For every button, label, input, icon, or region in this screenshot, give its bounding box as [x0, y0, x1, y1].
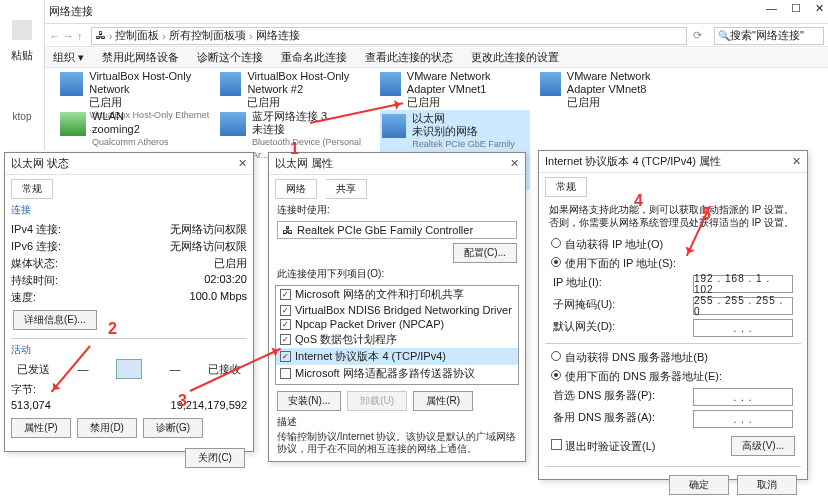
- activity-section: 活动: [11, 344, 31, 355]
- close-icon[interactable]: ✕: [238, 157, 247, 170]
- radio-manual-ip[interactable]: [551, 257, 561, 267]
- step-3: 3: [178, 392, 187, 410]
- desc-label: 描述: [269, 413, 525, 431]
- dns1-input[interactable]: . . .: [693, 388, 793, 406]
- nav-arrows[interactable]: ← → ↑: [49, 30, 83, 42]
- step-4: 4: [634, 192, 643, 210]
- adapter-icon: 🖧: [282, 224, 293, 236]
- close-icon[interactable]: ✕: [510, 157, 519, 170]
- install-button[interactable]: 安装(N)...: [277, 391, 341, 411]
- intro-text: 如果网络支持此功能，则可以获取自动指派的 IP 设置。否则，你需要从网络系统管理…: [539, 197, 807, 235]
- disable-button[interactable]: 禁用(D): [77, 418, 137, 438]
- ipv4-dialog: Internet 协议版本 4 (TCP/IPv4) 属性✕ 常规 如果网络支持…: [538, 150, 808, 480]
- left-app-strip: 粘贴 ktop: [0, 0, 45, 150]
- uninstall-button: 卸载(U): [347, 391, 407, 411]
- monitor-icon: [116, 359, 142, 379]
- adapter-name: Realtek PCIe GbE Family Controller: [297, 224, 473, 236]
- ip-input[interactable]: 192 . 168 . 1 . 102: [693, 275, 793, 293]
- step-5: 5: [702, 205, 711, 223]
- cancel-button[interactable]: 取消: [737, 475, 797, 495]
- radio-manual-dns[interactable]: [551, 370, 561, 380]
- bc-0[interactable]: 控制面板: [115, 28, 159, 43]
- tab-general[interactable]: 常规: [11, 179, 53, 199]
- diagnose-button[interactable]: 诊断(G): [143, 418, 203, 438]
- prop-title: 以太网 属性: [275, 156, 333, 171]
- disable-device[interactable]: 禁用此网络设备: [102, 50, 179, 65]
- tab-sharing[interactable]: 共享: [326, 179, 367, 199]
- view-status[interactable]: 查看此连接的状态: [365, 50, 453, 65]
- network-icon: [60, 72, 83, 96]
- organize-menu[interactable]: 组织 ▾: [53, 50, 84, 65]
- network-icon: [220, 72, 241, 96]
- paste-icon: [12, 20, 32, 40]
- ok-button[interactable]: 确定: [669, 475, 729, 495]
- radio-auto-ip[interactable]: [551, 238, 561, 248]
- minimize-icon[interactable]: —: [766, 2, 777, 15]
- close-icon[interactable]: ✕: [815, 2, 824, 15]
- gateway-input[interactable]: . . .: [693, 319, 793, 337]
- explorer-titlebar: 网络连接 — ☐ ✕: [45, 0, 828, 24]
- item-tcpip4: Internet 协议版本 4 (TCP/IPv4): [295, 349, 446, 364]
- close-button[interactable]: 关闭(C): [185, 448, 245, 468]
- breadcrumb-bar: ← → ↑ 🖧 › 控制面板› 所有控制面板项› 网络连接 ⟳ 🔍 搜索"网络连…: [45, 25, 828, 47]
- maximize-icon[interactable]: ☐: [791, 2, 801, 15]
- close-icon[interactable]: ✕: [792, 155, 801, 168]
- ipv4-title: Internet 协议版本 4 (TCP/IPv4) 属性: [545, 154, 721, 169]
- window-title: 网络连接: [49, 4, 93, 19]
- rename[interactable]: 重命名此连接: [281, 50, 347, 65]
- step-2: 2: [108, 320, 117, 338]
- explorer-toolbar: 组织 ▾ 禁用此网络设备 诊断这个连接 重命名此连接 查看此连接的状态 更改此连…: [45, 48, 828, 68]
- wlan-icon: [60, 112, 86, 136]
- advanced-button[interactable]: 高级(V)...: [731, 436, 795, 456]
- properties-dialog: 以太网 属性✕ 网络 共享 连接时使用: 🖧 Realtek PCIe GbE …: [268, 152, 526, 462]
- network-icon: [380, 72, 401, 96]
- bc-2[interactable]: 网络连接: [256, 28, 300, 43]
- properties-button[interactable]: 属性(P): [11, 418, 71, 438]
- item-properties-button[interactable]: 属性(R): [413, 391, 473, 411]
- bytes-sent: 513,074: [11, 399, 51, 411]
- details-button[interactable]: 详细信息(E)...: [13, 310, 97, 330]
- validate-checkbox[interactable]: [551, 439, 562, 450]
- change-settings[interactable]: 更改此连接的设置: [471, 50, 559, 65]
- desc-text: 传输控制协议/Internet 协议。该协议是默认的广域网络协议，用于在不同的相…: [269, 431, 525, 455]
- search-input[interactable]: 🔍 搜索"网络连接": [714, 27, 824, 45]
- ethernet-icon: [382, 114, 406, 138]
- status-title: 以太网 状态: [11, 156, 69, 171]
- step-1: 1: [290, 140, 299, 158]
- radio-auto-dns: [551, 351, 561, 361]
- tab-general[interactable]: 常规: [545, 177, 587, 197]
- paste-label: 粘贴: [11, 48, 33, 63]
- connection-section: 连接: [11, 204, 31, 215]
- address-bar[interactable]: 🖧 › 控制面板› 所有控制面板项› 网络连接: [91, 27, 687, 45]
- ktop-label: ktop: [13, 111, 32, 122]
- status-dialog: 以太网 状态✕ 常规 连接 IPv4 连接:无网络访问权限 IPv6 连接:无网…: [4, 152, 254, 452]
- refresh-icon[interactable]: ⟳: [693, 29, 702, 42]
- mask-input[interactable]: 255 . 255 . 255 . 0: [693, 297, 793, 315]
- dns2-input[interactable]: . . .: [693, 410, 793, 428]
- configure-button[interactable]: 配置(C)...: [453, 243, 517, 263]
- bluetooth-icon: [220, 112, 246, 136]
- bc-1[interactable]: 所有控制面板项: [169, 28, 246, 43]
- tab-network[interactable]: 网络: [275, 179, 317, 199]
- diagnose[interactable]: 诊断这个连接: [197, 50, 263, 65]
- protocol-list[interactable]: ✓Microsoft 网络的文件和打印机共享 ✓VirtualBox NDIS6…: [275, 285, 519, 385]
- network-icon: [540, 72, 561, 96]
